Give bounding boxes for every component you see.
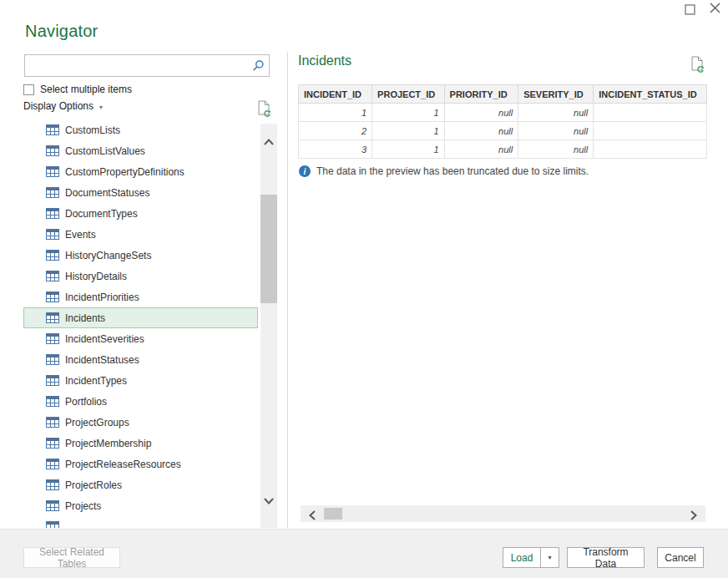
- select-related-tables-button[interactable]: Select Related Tables: [23, 547, 120, 568]
- cell: 2: [299, 122, 372, 140]
- list-item-label: Events: [65, 229, 96, 241]
- list-item[interactable]: Incidents: [23, 307, 258, 328]
- list-item[interactable]: CustomPropertyDefinitions: [23, 161, 258, 182]
- refresh-preview-icon[interactable]: [690, 56, 705, 77]
- list-item-label: IncidentTypes: [65, 375, 127, 387]
- list-item-label: CustomPropertyDefinitions: [65, 166, 185, 178]
- display-options-label: Display Options: [23, 100, 94, 112]
- truncation-notice: i The data in the preview has been trunc…: [299, 165, 589, 177]
- table-icon: [46, 312, 59, 323]
- list-item[interactable]: Events: [23, 224, 258, 245]
- list-item-label: ProjectRoles: [65, 479, 122, 491]
- search-icon[interactable]: [252, 59, 265, 75]
- scrollbar-thumb[interactable]: [260, 195, 277, 303]
- load-dropdown-button[interactable]: ▾: [540, 547, 559, 568]
- table-icon: [46, 459, 59, 469]
- load-button[interactable]: Load: [503, 547, 541, 568]
- table-icon: [46, 166, 59, 177]
- list-item-label: ProjectReleaseResources: [65, 459, 181, 470]
- cell: null: [518, 140, 594, 159]
- table-icon: [46, 417, 59, 428]
- vertical-scrollbar[interactable]: [260, 124, 277, 528]
- list-item[interactable]: CustomLists: [23, 124, 258, 140]
- scroll-down-icon[interactable]: [264, 493, 274, 508]
- info-icon: i: [299, 165, 311, 177]
- scroll-up-icon[interactable]: [264, 134, 274, 149]
- table-icon: [46, 396, 59, 407]
- chevron-down-icon: ▾: [548, 554, 551, 561]
- table-icon: [46, 145, 59, 156]
- table-icon: [46, 354, 59, 365]
- list-item-label: HistoryChangeSets: [65, 250, 151, 261]
- column-header: INCIDENT_ID: [299, 85, 372, 104]
- table-icon: [46, 229, 59, 240]
- table-icon: [46, 292, 59, 302]
- list-item[interactable]: DocumentStatuses: [23, 182, 258, 203]
- horizontal-scrollbar[interactable]: [301, 505, 705, 522]
- refresh-list-icon[interactable]: [257, 100, 271, 121]
- list-item-label: CustomLists: [65, 124, 120, 136]
- select-multiple-label: Select multiple items: [40, 84, 132, 95]
- cell: [594, 140, 707, 159]
- list-item[interactable]: HistoryDetails: [23, 266, 258, 286]
- list-item[interactable]: Portfolios: [23, 391, 258, 412]
- preview-table: INCIDENT_IDPROJECT_IDPRIORITY_IDSEVERITY…: [298, 84, 707, 159]
- list-item[interactable]: ProjectGroups: [23, 412, 258, 433]
- table-list: CustomListsCustomListValuesCustomPropert…: [23, 124, 260, 528]
- cell: null: [444, 104, 518, 122]
- cell: [594, 104, 707, 122]
- list-item[interactable]: IncidentStatuses: [23, 349, 258, 370]
- select-multiple-row: Select multiple items: [23, 84, 132, 95]
- list-item[interactable]: ProjectReleaseResources: [23, 454, 258, 474]
- cell: null: [444, 140, 518, 159]
- transform-data-button[interactable]: Transform Data: [567, 547, 645, 568]
- preview-title: Incidents: [298, 53, 351, 68]
- list-item[interactable]: [23, 516, 258, 528]
- table-icon: [46, 208, 59, 219]
- search-input[interactable]: [25, 55, 257, 76]
- table-row: 31nullnull: [299, 140, 707, 159]
- scroll-left-icon[interactable]: [309, 509, 316, 524]
- column-header: SEVERITY_ID: [518, 85, 594, 104]
- scrollbar-thumb-horizontal[interactable]: [324, 508, 342, 520]
- table-icon: [46, 521, 59, 528]
- search-box: [24, 54, 270, 77]
- list-item[interactable]: IncidentSeverities: [23, 328, 258, 349]
- table-icon: [46, 271, 59, 281]
- chevron-down-icon: ▾: [99, 102, 103, 111]
- list-item-label: Incidents: [65, 312, 105, 324]
- cell: null: [518, 104, 594, 122]
- list-item[interactable]: ProjectMembership: [23, 433, 258, 454]
- footer-bar: Select Related Tables Load ▾ Transform D…: [0, 529, 728, 578]
- cancel-button[interactable]: Cancel: [657, 547, 704, 568]
- maximize-icon[interactable]: [685, 3, 695, 18]
- list-item-label: Portfolios: [65, 396, 107, 408]
- list-item[interactable]: IncidentPriorities: [23, 286, 258, 307]
- list-item-label: Projects: [65, 500, 101, 512]
- cell: null: [518, 122, 594, 140]
- list-item-label: IncidentStatuses: [65, 354, 139, 366]
- table-icon: [46, 500, 59, 511]
- select-multiple-checkbox[interactable]: [23, 84, 34, 95]
- list-item-label: ProjectMembership: [65, 438, 151, 449]
- list-item[interactable]: Projects: [23, 495, 258, 516]
- column-header: PROJECT_ID: [372, 85, 444, 104]
- column-header: PRIORITY_ID: [444, 85, 518, 104]
- list-item[interactable]: ProjectRoles: [23, 474, 258, 495]
- pane-separator: [287, 52, 288, 528]
- close-icon[interactable]: [709, 2, 721, 18]
- list-item[interactable]: DocumentTypes: [23, 203, 258, 224]
- table-row: 11nullnull: [299, 104, 707, 122]
- list-item[interactable]: CustomListValues: [23, 140, 258, 161]
- table-row: 21nullnull: [299, 122, 707, 140]
- list-item[interactable]: IncidentTypes: [23, 370, 258, 391]
- table-icon: [46, 124, 59, 135]
- cell: 1: [372, 122, 444, 140]
- display-options-dropdown[interactable]: Display Options ▾: [23, 100, 103, 112]
- list-item-label: DocumentTypes: [65, 208, 138, 220]
- column-header: INCIDENT_STATUS_ID: [594, 85, 707, 104]
- list-item-label: DocumentStatuses: [65, 187, 149, 199]
- list-item-label: IncidentPriorities: [65, 292, 139, 303]
- scroll-right-icon[interactable]: [690, 509, 697, 524]
- list-item[interactable]: HistoryChangeSets: [23, 245, 258, 266]
